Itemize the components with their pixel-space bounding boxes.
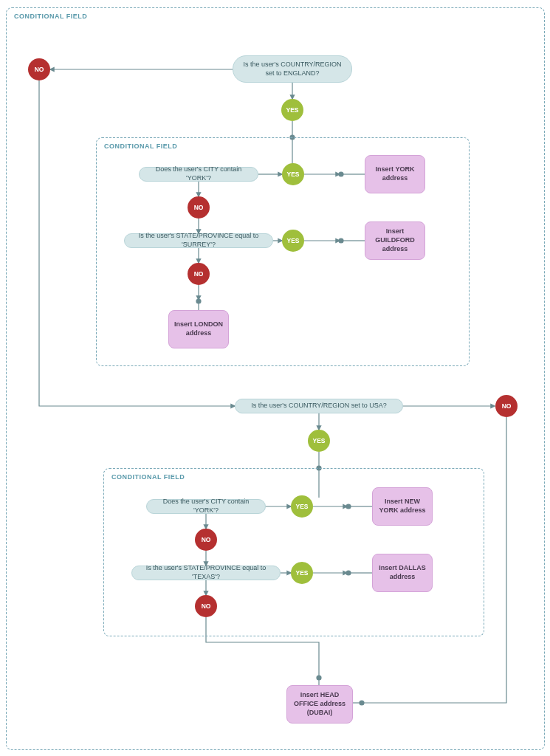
outer-label: CONDITIONAL FIELD xyxy=(14,13,87,20)
no-circle-york-usa: NO xyxy=(195,529,217,551)
action-dallas: Insert DALLAS address xyxy=(372,554,433,592)
decision-york-eng: Does the user's CITY contain 'YORK'? xyxy=(139,167,258,182)
inner-label-england: CONDITIONAL FIELD xyxy=(104,142,177,150)
no-circle-york-eng: NO xyxy=(188,196,210,219)
action-guildford: Insert GUILDFORD address xyxy=(365,221,425,260)
no-circle-surrey: NO xyxy=(188,263,210,285)
no-circle-england: NO xyxy=(28,58,50,80)
decision-surrey: Is the user's STATE/PROVINCE equal to 'S… xyxy=(124,233,273,248)
no-circle-usa: NO xyxy=(495,395,518,417)
no-circle-texas: NO xyxy=(195,595,217,617)
outer-container: CONDITIONAL FIELD xyxy=(6,7,545,750)
action-york: Insert YORK address xyxy=(365,155,425,193)
yes-circle-usa: YES xyxy=(308,430,330,452)
inner-label-usa: CONDITIONAL FIELD xyxy=(111,473,185,481)
action-london: Insert LONDON address xyxy=(168,310,229,348)
yes-circle-york-eng: YES xyxy=(282,163,304,185)
yes-circle-england: YES xyxy=(281,99,303,121)
decision-york-usa: Does the user's CITY contain 'YORK'? xyxy=(146,499,266,514)
decision-england: Is the user's COUNTRY/REGION set to ENGL… xyxy=(233,55,352,83)
yes-circle-texas: YES xyxy=(291,562,313,584)
action-dubai: Insert HEAD OFFICE address (DUBAI) xyxy=(286,685,353,724)
decision-usa: Is the user's COUNTRY/REGION set to USA? xyxy=(235,399,403,413)
yes-circle-york-usa: YES xyxy=(291,495,313,518)
decision-texas: Is the user's STATE/PROVINCE equal to 'T… xyxy=(131,566,281,580)
action-newyork: Insert NEW YORK address xyxy=(372,487,433,526)
yes-circle-surrey: YES xyxy=(282,230,304,252)
